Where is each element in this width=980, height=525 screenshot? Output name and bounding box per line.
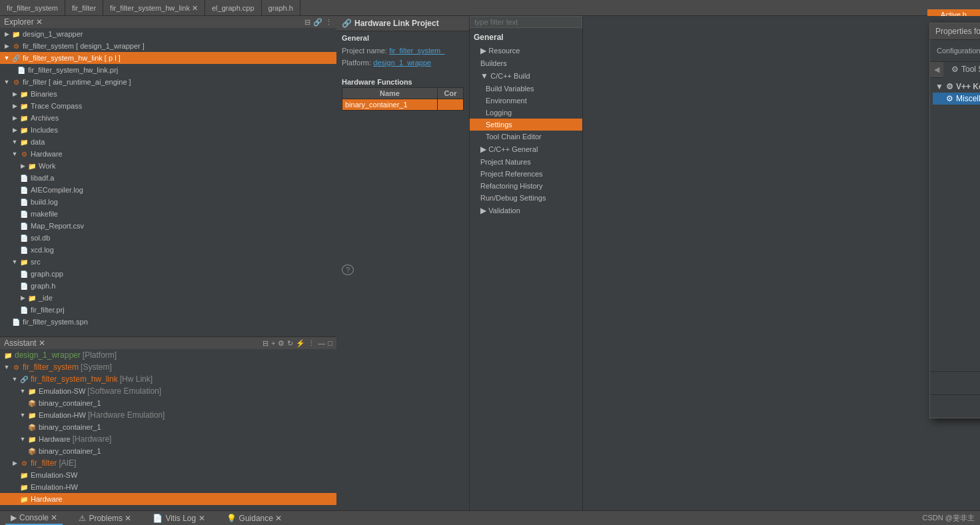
tree-item-sol-db[interactable]: 📄 sol.db [0,232,336,244]
label-ffs-sys: fir_filter_system [System] [23,362,112,372]
vpp-label: V++ Kernel Linker [956,82,980,91]
tree-item-hw-prj[interactable]: 📄 fir_filter_system_hw_link.prj [0,64,336,76]
menu-general-header[interactable]: General [470,31,582,44]
icon-data: 📁 [19,137,29,147]
help-area: ? [336,260,469,280]
menu-item-project-refs[interactable]: Project References [470,168,582,180]
tree-item-binaries[interactable]: ▶ 📁 Binaries [0,88,336,100]
menu-item-refactoring[interactable]: Refactoring History [470,180,582,192]
assistant-item-fir-aie[interactable]: ▶ ⚙ fir_filter [AIE] [0,457,336,469]
menu-item-logging[interactable]: Logging [470,107,582,119]
label-trace: Trace Compass [31,102,82,110]
help-icon[interactable]: ? [342,264,354,275]
assistant-item-fir-emusw[interactable]: 📁 Emulation-SW [0,469,336,481]
assistant-icon7[interactable]: — [318,339,325,348]
assistant-item-fir-hardware[interactable]: 📁 Hardware [0,493,336,505]
assistant-icon1[interactable]: ⊟ [262,339,268,348]
tree-item-xcd-log[interactable]: 📄 xcd.log [0,244,336,256]
link-icon[interactable]: 🔗 [313,18,322,27]
tree-item-graph-h[interactable]: 📄 graph.h [0,280,336,292]
tree-item-makefile[interactable]: 📄 makefile [0,208,336,220]
assistant-icon5[interactable]: ⚡ [296,339,305,348]
explorer-tree: ▶ 📁 design_1_wrapper ▶ ⚙ fir_filter_syst… [0,28,336,328]
assistant-item-emu-sw[interactable]: ▼ 📁 Emulation-SW [Software Emulation] [0,385,336,397]
tree-item-design1[interactable]: ▶ 📁 design_1_wrapper [0,28,336,40]
project-name-value[interactable]: fir_filter_system_ [389,47,444,55]
label-bin1-hw: binary_container_1 [39,423,101,431]
label-design1: design_1_wrapper [23,30,83,38]
tab-prev-arrow[interactable]: ◀ [930,63,943,77]
filter-input[interactable] [470,16,582,28]
misc-item[interactable]: ⚙ Miscellaneous [933,93,980,105]
assistant-item-bin1-h[interactable]: 📦 binary_container_1 [0,445,336,457]
table-row[interactable]: binary_container_1 [342,99,464,111]
main-layout: Explorer ✕ ⊟ 🔗 ⋮ ▶ 📁 design_1_wrapper [0,16,980,510]
tab-problems[interactable]: ⚠ Problems ✕ [73,512,137,524]
assistant-item-hw[interactable]: ▼ 📁 Hardware [Hardware] [0,433,336,445]
tree-item-fir-prj[interactable]: 📄 fir_filter.prj [0,304,336,316]
menu-item-settings[interactable]: Settings [470,119,582,131]
tree-item-hardware[interactable]: ▼ ⚙ Hardware [0,148,336,160]
menu-item-cpp-build[interactable]: ▼ C/C++ Build [470,69,582,83]
assistant-item-bin1-sw[interactable]: 📦 binary_container_1 [0,397,336,409]
tab-tool-settings[interactable]: ⚙ Tool Settings [943,62,980,78]
tab-graph-h[interactable]: graph.h [262,0,300,16]
tree-item-work[interactable]: ▶ 📁 Work [0,160,336,172]
tree-item-libadf[interactable]: 📄 libadf.a [0,172,336,184]
tab-console[interactable]: ▶ Console ✕ [5,512,63,525]
tree-item-map-report[interactable]: 📄 Map_Report.csv [0,220,336,232]
tab-hw-link[interactable]: fir_filter_system_hw_link ✕ [103,0,205,16]
tab-fir-filter-system[interactable]: fir_filter_system [0,0,65,16]
collapse-icon[interactable]: ⊟ [304,18,310,27]
tree-item-includes[interactable]: ▶ 📁 Includes [0,124,336,136]
assistant-item-fir-emuhw[interactable]: 📁 Emulation-HW [0,481,336,493]
icon-binaries: 📁 [19,89,29,99]
assistant-icon4[interactable]: ↻ [287,339,293,348]
tree-item-ide[interactable]: ▶ 📁 _ide [0,292,336,304]
tree-item-build-log[interactable]: 📄 build.log [0,196,336,208]
menu-item-cpp-general[interactable]: ▶ C/C++ General [470,143,582,156]
more-icon[interactable]: ⋮ [325,18,332,27]
assistant-item-bin1-hw[interactable]: 📦 binary_container_1 [0,421,336,433]
tool-settings-icon: ⚙ [951,65,959,74]
arrow-work: ▶ [19,163,27,169]
menu-item-run-debug[interactable]: Run/Debug Settings [470,192,582,204]
label-aie-log: AIECompiler.log [31,186,83,194]
tab-graph-cpp[interactable]: el_graph.cpp [205,0,262,16]
tree-item-archives[interactable]: ▶ 📁 Archives [0,112,336,124]
menu-item-toolchain[interactable]: Tool Chain Editor [470,131,582,143]
assistant-item-emu-hw[interactable]: ▼ 📁 Emulation-HW [Hardware Emulation] [0,409,336,421]
menu-item-build-vars[interactable]: Build Variables [470,83,582,95]
assistant-icon2[interactable]: + [271,339,275,348]
menu-item-environment[interactable]: Environment [470,95,582,107]
label-map-report: Map_Report.csv [31,222,84,230]
assistant-item-hw-link[interactable]: ▼ 🔗 fir_filter_system_hw_link [Hw Link] [0,373,336,385]
assistant-icon3[interactable]: ⚙ [278,339,284,348]
tab-vitis-log[interactable]: 📄 Vitis Log ✕ [147,512,210,524]
tab-guidance[interactable]: 💡 Guidance ✕ [221,512,288,524]
tree-item-fir-filter[interactable]: ▼ ⚙ fir_filter [ aie_runtime_ai_engine ] [0,76,336,88]
icon-spn: 📄 [11,316,21,327]
assistant-icon8[interactable]: □ [328,339,332,348]
tree-item-graph-cpp[interactable]: 📄 graph.cpp [0,268,336,280]
tree-item-spn[interactable]: 📄 fir_filter_system.spn [0,316,336,328]
tree-item-ffs[interactable]: ▶ ⚙ fir_filter_system [ design_1_wrapper… [0,40,336,52]
tab-fir-filter[interactable]: fir_filter [65,0,103,16]
assistant-icon6[interactable]: ⋮ [308,339,315,348]
platform-value[interactable]: design_1_wrappe [373,59,431,67]
menu-item-resource[interactable]: ▶ Resource [470,44,582,57]
tree-item-src[interactable]: ▼ 📁 src [0,256,336,268]
tree-item-trace-compass[interactable]: ▶ 📁 Trace Compass [0,100,336,112]
menu-item-builders[interactable]: Builders [470,57,582,69]
assistant-item-d1w[interactable]: 📁 design_1_wrapper [Platform] [0,349,336,361]
hw-link-header: 🔗 Hardware Link Project [336,16,469,31]
tree-item-ffs-hw-link[interactable]: ▼ 🔗 fir_filter_system_hw_link [ p l ] [0,52,336,64]
tree-item-data[interactable]: ▼ 📁 data [0,136,336,148]
left-panel: Explorer ✕ ⊟ 🔗 ⋮ ▶ 📁 design_1_wrapper [0,16,336,510]
tree-item-aie-log[interactable]: 📄 AIECompiler.log [0,184,336,196]
guidance-icon: 💡 [227,514,237,523]
menu-item-project-natures[interactable]: Project Natures [470,156,582,168]
vpp-linker-section[interactable]: ▼ ⚙ V++ Kernel Linker [933,81,980,93]
assistant-item-ffs-sys[interactable]: ▼ ⚙ fir_filter_system [System] [0,361,336,373]
menu-item-validation[interactable]: ▶ Validation [470,204,582,217]
